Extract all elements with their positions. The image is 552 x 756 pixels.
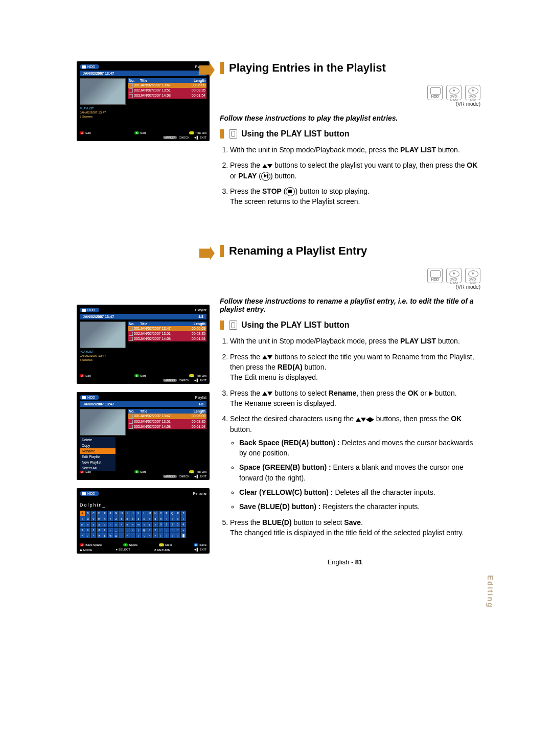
thumbnail <box>80 78 126 105</box>
step: Select the desired characters using the … <box>230 414 480 512</box>
dvd-rw-badge: DVD-RW <box>465 268 480 283</box>
foot-check: CHECK <box>179 475 190 478</box>
timestamp: JAN/02/2007 13:47 <box>83 72 114 75</box>
foot-space: Space <box>129 543 137 546</box>
up-icon <box>262 355 267 359</box>
section1-title: Playing Entries in the Playlist <box>220 61 480 75</box>
col-length: Length <box>187 79 205 82</box>
down-icon <box>361 418 366 422</box>
col-title: Title <box>140 79 187 82</box>
bullet: Clear (YELLOW(C) button) : Deletes all t… <box>239 487 480 497</box>
count: 1/3 <box>198 315 203 318</box>
col-length: Length <box>187 409 205 413</box>
dvd-rw-badge: DVD-RW <box>465 85 480 100</box>
screenshot-playlist-2: HDD Playlist JAN/02/2007 13:47 1/3 PLAYL… <box>77 305 210 384</box>
screenshot-playlist: HDD Playlist JAN/02/2007 13:47 1/3 PLAYL… <box>77 61 210 141</box>
mode-label: Playlist <box>195 308 206 312</box>
foot-titlelist: Title List <box>195 131 206 134</box>
ctx-item-rename: Rename <box>80 448 116 454</box>
bullet: Space (GREEN(B) button) : Enters a blank… <box>239 462 480 483</box>
step: Press the buttons to select the title yo… <box>230 352 480 383</box>
table-row: 003 JAN/02/2007 14:08 00:01:54 <box>128 424 206 429</box>
count: 1/3 <box>198 402 203 406</box>
section1-lead: Follow these instructions to play the pl… <box>220 114 480 122</box>
foot-check: CHECK <box>179 136 190 139</box>
table-row: 002 JAN/02/2007 13:51 00:03:35 <box>128 331 206 336</box>
media-badges: HDD DVD-RAM DVD-RW <box>220 85 480 100</box>
foot-select: SELECT <box>119 548 130 551</box>
bullet: Save (BLUE(D) button) : Registers the ch… <box>239 501 480 512</box>
foot-move: MOVE <box>83 548 93 552</box>
table-row: 002 JAN/02/2007 13:51 00:03:35 <box>128 88 206 93</box>
foot-check: CHECK <box>179 379 190 382</box>
table-row: 003 JAN/02/2007 14:08 00:01:54 <box>128 336 206 341</box>
step: Press the STOP () button to stop playing… <box>230 186 480 207</box>
foot-exit: EXIT <box>200 379 206 382</box>
hdd-pill: HDD <box>80 491 99 496</box>
dvd-ram-badge: DVD-RAM <box>446 85 462 100</box>
thumbnail <box>80 409 126 436</box>
left-icon <box>366 417 370 422</box>
timestamp: JAN/02/2007 13:47 <box>83 315 114 318</box>
left-screenshots-column: HDD Playlist JAN/02/2007 13:47 1/3 PLAYL… <box>77 61 210 562</box>
up-icon <box>262 164 267 168</box>
hdd-pill: HDD <box>80 64 99 69</box>
down-icon <box>267 355 272 359</box>
col-length: Length <box>187 322 205 326</box>
hand-icon <box>229 129 237 139</box>
section1-subhead: Using the PLAY LIST button <box>220 129 480 139</box>
foot-edit: Edit <box>85 374 90 377</box>
table-row: 002 JAN/02/2007 13:51 00:03:35 <box>128 419 206 424</box>
right-icon <box>370 417 374 422</box>
stop-icon <box>286 187 295 196</box>
mode-label: Playlist <box>195 396 206 399</box>
meta-line: 6 Scenes <box>80 358 125 361</box>
dvd-ram-badge: DVD-RAM <box>446 268 462 283</box>
table-row: 001 JAN/02/2007 13:47 00:06:09 <box>128 83 206 88</box>
vr-mode-note: (VR mode) <box>220 101 480 107</box>
section2-title: Renaming a Playlist Entry <box>220 244 480 258</box>
meta-line: JAN/02/2007 13:47 <box>80 111 125 114</box>
media-badges: HDD DVD-RAM DVD-RW <box>220 268 480 283</box>
foot-sort: Sort <box>140 470 146 473</box>
thumbnail <box>80 322 126 348</box>
bullet: Back Space (RED(A) button) : Deletes and… <box>239 438 480 459</box>
foot-exit: EXIT <box>200 548 206 551</box>
side-tab-editing: Editing <box>486 575 495 608</box>
foot-exit: EXIT <box>200 136 206 139</box>
meta-line: 6 Scenes <box>80 115 125 118</box>
screenshot-rename-keyboard: HDD Rename Dolphin_ ABCDEFGHIJKLMNOPQRS … <box>77 488 210 554</box>
col-no: No. <box>129 409 140 413</box>
step: Press the buttons to select the playlist… <box>230 160 480 181</box>
rename-input: Dolphin_ <box>80 502 206 508</box>
down-icon <box>267 392 272 396</box>
hdd-badge: HDD <box>427 268 443 283</box>
table-row: 001 JAN/02/2007 13:47 00:06:09 <box>128 326 206 331</box>
hand-icon <box>229 320 237 330</box>
ctx-item: Delete <box>80 437 116 443</box>
meta-line: PLAYLIST <box>80 107 125 110</box>
screenshot-playlist-ctx: HDD Playlist JAN/02/2007 13:47 1/3 No. T… <box>77 392 210 480</box>
foot-titlelist: Title List <box>195 470 206 473</box>
accent-bar <box>220 62 224 74</box>
foot-sort: Sort <box>140 131 146 134</box>
section2-lead: Follow these instructions to rename a pl… <box>220 297 480 313</box>
meta-line: JAN/02/2007 13:47 <box>80 354 125 357</box>
foot-return: RETURN <box>157 548 170 552</box>
vr-mode-note: (VR mode) <box>220 284 480 290</box>
up-icon <box>262 392 267 396</box>
col-title: Title <box>140 409 187 413</box>
foot-titlelist: Title List <box>195 374 206 377</box>
context-menu: Delete Copy Rename Edit Playlist New Pla… <box>80 437 116 471</box>
ctx-item: Select All <box>80 465 116 471</box>
right-icon <box>429 391 433 396</box>
foot-exit: EXIT <box>200 475 206 478</box>
step: With the unit in Stop mode/Playback mode… <box>230 145 480 155</box>
hdd-badge: HDD <box>427 85 443 100</box>
up-icon <box>356 418 361 422</box>
ctx-item: Copy <box>80 443 116 448</box>
foot-clear: Clear <box>165 543 172 546</box>
step: With the unit in Stop mode/Playback mode… <box>230 336 480 346</box>
foot-save: Save <box>199 543 206 546</box>
table-row: 003 JAN/02/2007 14:08 00:01:54 <box>128 93 206 98</box>
